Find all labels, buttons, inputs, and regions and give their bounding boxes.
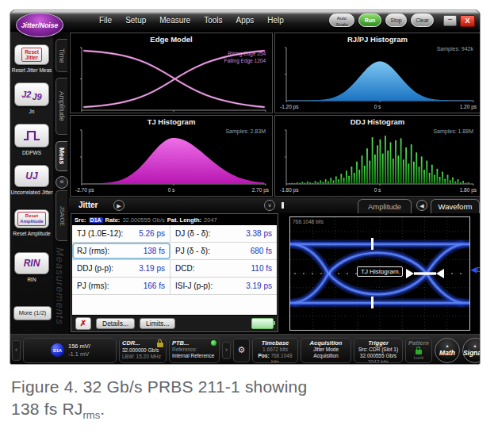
acquisition-line1: Jitter Mode [304, 347, 348, 353]
rin-caption: RIN [10, 277, 53, 283]
ptb-reference-value: Internal Reference [172, 353, 216, 359]
dcd-cell[interactable]: DCD:110 fs [170, 260, 277, 277]
uj-caption: Uncorrelated Jitter [10, 190, 53, 196]
gear-icon[interactable]: ⚙ [233, 339, 250, 362]
ddj-histogram-panel: DDJ Histogram Samples: 1.88M -1.80 ps 0 … [274, 115, 481, 197]
source-info-line: Src: D1A Rate: 32.000555 Gb/s Pat. Lengt… [71, 214, 278, 225]
rjpj-histogram-panel: RJ/PJ Histogram Samples: 942k -1.20 ps 0… [274, 33, 481, 113]
lock-icon [157, 343, 163, 347]
tj-histogram-panel: TJ Histogram Samples: 2.83M -2.70 ps 0 s… [70, 115, 273, 197]
menu-file[interactable]: File [99, 16, 112, 25]
details-button[interactable]: Details... [96, 318, 135, 329]
cdr-lbw: LBW: 15.20 MHz [122, 354, 163, 360]
pattern-lock-label: Lock [414, 355, 424, 360]
minimize-button[interactable]: – [443, 15, 457, 26]
eye-diagram: 768.1048 bits TJ Histogram [289, 216, 470, 331]
cdr-panel[interactable]: CDR... 32.000000 Gb/s LBW: 15.20 MHz [119, 338, 167, 363]
left-arrow-icon[interactable]: ◀ [416, 200, 427, 211]
page: File Setup Measure Tools Apps Help AutoS… [0, 0, 498, 448]
jn-caption: Jn [10, 109, 53, 115]
pj-dd-cell[interactable]: PJ (δ - δ):680 fs [170, 243, 277, 259]
app-window: File Setup Measure Tools Apps Help AutoS… [10, 10, 481, 365]
rj-cell-selected[interactable]: RJ (rms):138 fs [72, 243, 170, 259]
amplitude-pane-tab[interactable]: Amplitude [358, 199, 412, 213]
menu-measure[interactable]: Measure [159, 16, 190, 25]
close-results-button[interactable]: ✗ [75, 317, 91, 330]
stop-button[interactable]: Stop [385, 13, 407, 27]
reset-amplitude-button[interactable]: ResetAmplitude [14, 209, 49, 228]
channel-panel[interactable]: D1A 156 mV/ -1.1 mV [23, 338, 117, 363]
table-button-row: ✗ Details... Limits... [71, 315, 278, 331]
acquisition-panel[interactable]: Acquisition Jitter Mode Acquisition [301, 338, 351, 363]
tj-tick-right: 2.70 ps [252, 187, 269, 193]
tab-meas[interactable]: Meas [56, 141, 67, 171]
jn-button[interactable]: J2J9 [14, 82, 49, 106]
dj-cell[interactable]: DJ (δ - δ):3.38 ps [170, 225, 277, 242]
menu-bar: File Setup Measure Tools Apps Help [99, 16, 284, 25]
menu-tools[interactable]: Tools [204, 16, 222, 25]
left-tab-strip: Time Amplitude Meas « JSA/OE Measurement… [53, 32, 69, 334]
scroll-left-icon[interactable]: ‹ [12, 340, 21, 361]
jitter-pane-tab[interactable]: Jitter [79, 201, 98, 209]
more-button[interactable]: More (1/2) [13, 306, 52, 320]
ddj-tick-right: 1.80 ps [460, 187, 477, 193]
math-button[interactable]: ▲Math [435, 338, 460, 363]
play-icon[interactable]: ▶ [113, 200, 125, 211]
autoscale-button[interactable]: AutoScale [329, 13, 354, 27]
pattern-panel[interactable]: Pattern Lock [405, 338, 432, 363]
edge-model-plot [72, 44, 270, 113]
menu-setup[interactable]: Setup [125, 16, 146, 25]
cdr-rate: 32.000000 Gb/s [122, 347, 163, 354]
scroll-right-icon[interactable]: › [222, 342, 231, 359]
waveform-pane-tab[interactable]: Waveform [431, 199, 480, 213]
tj-histogram-marker-label[interactable]: TJ Histogram [357, 266, 403, 277]
results-area: Src: D1A Rate: 32.000555 Gb/s Pat. Lengt… [69, 213, 481, 334]
pj-rms-cell[interactable]: PJ (rms):166 fs [72, 278, 170, 294]
ddj-tick-center: 0 s [277, 187, 478, 193]
figure-caption: Figure 4. 32 Gb/s PRBS 211-1 showing 138… [11, 376, 307, 422]
trigger-pattern-bits: 2047 bits [357, 359, 400, 363]
title-bar: File Setup Measure Tools Apps Help AutoS… [10, 10, 480, 33]
signals-button[interactable]: ▲Signals [462, 338, 481, 363]
run-control-group: AutoScale Run Stop Clear [329, 13, 434, 27]
rin-button[interactable]: RIN [14, 252, 49, 274]
channel-scale: 156 mV/ [68, 343, 90, 350]
isij-cell[interactable]: ISI-J (p-p):3.19 ps [170, 278, 277, 294]
tab-jsa[interactable]: JSA/OE [56, 190, 67, 241]
trigger-panel[interactable]: Trigger Src: CDR (Slot 1) 32.000555 Gb/s… [354, 338, 403, 363]
rjpj-tick-right: 1.20 ps [460, 104, 477, 109]
timebase-scale: 1.6672 bits [255, 347, 295, 353]
tab-time[interactable]: Time [56, 39, 67, 72]
window-controls: – X [443, 15, 475, 27]
main-content: Edge Model Rising Edge 254 Falling Edge … [69, 32, 481, 334]
limits-button[interactable]: Limits... [140, 318, 175, 329]
pulse-icon [21, 129, 42, 142]
collapse-panel-icon[interactable]: « [56, 176, 68, 189]
menu-apps[interactable]: Apps [236, 16, 255, 25]
reset-jitter-button[interactable]: ResetJitter [14, 44, 49, 65]
menu-help[interactable]: Help [267, 16, 284, 25]
timebase-panel[interactable]: Timebase 1.6672 bits Pos: 768.1048 bits [252, 338, 298, 363]
jitter-measurement-table: TJ (1.0E-12):5.26 ps DJ (δ - δ):3.38 ps … [72, 225, 277, 316]
tj-plot [72, 127, 270, 186]
caption-line1: Figure 4. 32 Gb/s PRBS 211-1 showing [11, 376, 307, 398]
source-badge[interactable]: D1A [89, 217, 103, 223]
clear-button[interactable]: Clear [411, 13, 434, 27]
run-button[interactable]: Run [358, 13, 381, 27]
close-button[interactable]: X [460, 15, 475, 27]
chevron-down-icon[interactable]: ˅ [264, 200, 275, 211]
charts-grid: Edge Model Rising Edge 254 Falling Edge … [69, 32, 481, 197]
tj-cell[interactable]: TJ (1.0E-12):5.26 ps [72, 225, 170, 242]
status-bar: ‹ D1A 156 mV/ -1.1 mV CDR... 32.000000 G… [10, 334, 481, 365]
acquisition-line2: Acquisition [304, 353, 348, 359]
pane-divider-handle[interactable] [282, 202, 284, 209]
trigger-rate: 32.000555 Gb/s [357, 353, 400, 359]
ddj-cell[interactable]: DDJ (p-p):3.19 ps [72, 260, 170, 277]
rjpj-plot [277, 44, 478, 103]
tab-amplitude[interactable]: Amplitude [56, 78, 67, 135]
ptb-panel[interactable]: PTB... Reference: Internal Reference [169, 338, 220, 363]
ddpws-button[interactable] [14, 124, 49, 147]
uj-button[interactable]: UJ [14, 165, 49, 187]
battery-indicator [251, 318, 274, 329]
table-row: DDJ (p-p):3.19 ps DCD:110 fs [72, 260, 277, 278]
